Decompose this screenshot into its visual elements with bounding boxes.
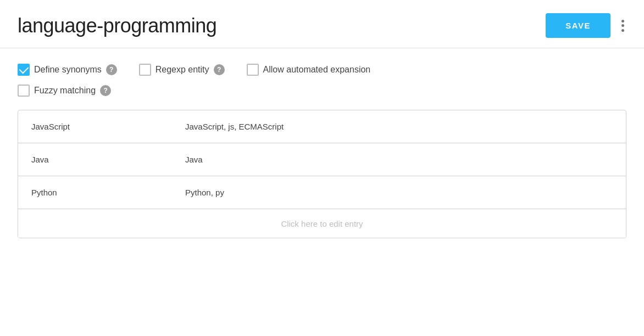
page-title: language-programming (18, 14, 216, 37)
table-row[interactable]: JavaScript JavaScript, js, ECMAScript (18, 110, 626, 143)
options-row-2: Fuzzy matching ? (0, 85, 644, 110)
regexp-entity-label: Regexp entity (156, 65, 209, 75)
define-synonyms-checkbox[interactable] (18, 64, 30, 76)
table-row[interactable]: Python Python, py (18, 176, 626, 209)
save-button[interactable]: SAVE (546, 13, 610, 38)
header: language-programming SAVE (0, 0, 644, 48)
regexp-entity-group: Regexp entity ? (139, 64, 225, 76)
table-cell-value: Java (172, 146, 626, 173)
table-cell-key: Python (18, 179, 172, 206)
allow-automated-expansion-label: Allow automated expansion (263, 65, 371, 75)
define-synonyms-help-icon[interactable]: ? (106, 64, 117, 75)
page: language-programming SAVE Define synonym… (0, 0, 644, 336)
table-cell-value: Python, py (172, 179, 626, 206)
regexp-entity-checkbox[interactable] (139, 64, 151, 76)
table-cell-key: JavaScript (18, 113, 172, 140)
table-cell-value: JavaScript, js, ECMAScript (172, 113, 626, 140)
more-options-icon[interactable] (619, 16, 626, 35)
regexp-entity-help-icon[interactable]: ? (214, 64, 225, 75)
more-dot-1 (621, 20, 624, 23)
more-dot-2 (621, 24, 624, 27)
define-synonyms-label: Define synonyms (34, 65, 102, 75)
table-row[interactable]: Java Java (18, 143, 626, 176)
options-row-1: Define synonyms ? Regexp entity ? Allow … (0, 48, 644, 85)
fuzzy-matching-label: Fuzzy matching (34, 86, 96, 96)
allow-automated-expansion-checkbox[interactable] (247, 64, 259, 76)
add-entry-row[interactable]: Click here to edit entry (18, 209, 626, 238)
allow-automated-expansion-group: Allow automated expansion (247, 64, 371, 76)
synonyms-table: JavaScript JavaScript, js, ECMAScript Ja… (18, 110, 626, 238)
add-entry-label: Click here to edit entry (281, 219, 363, 228)
define-synonyms-group: Define synonyms ? (18, 64, 117, 76)
more-dot-3 (621, 29, 624, 32)
header-actions: SAVE (546, 13, 626, 38)
fuzzy-matching-help-icon[interactable]: ? (100, 85, 111, 96)
fuzzy-matching-checkbox[interactable] (18, 85, 30, 97)
table-cell-key: Java (18, 146, 172, 173)
